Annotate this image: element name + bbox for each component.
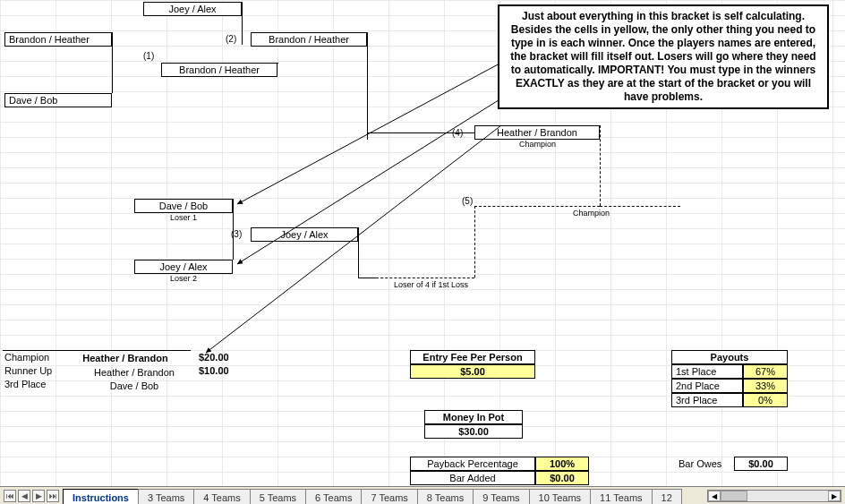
scroll-right-button[interactable]: ▶ xyxy=(828,491,841,501)
dashed-line xyxy=(474,206,475,278)
tab-nav-prev[interactable]: ◀ xyxy=(18,490,30,502)
instruction-callout: Just about everything in this bracket is… xyxy=(498,4,829,109)
loser2-label: Loser 2 xyxy=(170,274,197,283)
bar-added-label: Bar Added xyxy=(410,471,535,485)
tab-10teams[interactable]: 10 Teams xyxy=(529,489,592,504)
result-third-name: Dave / Bob xyxy=(90,379,179,393)
tab-4teams[interactable]: 4 Teams xyxy=(193,489,250,504)
tab-5teams[interactable]: 5 Teams xyxy=(250,489,306,504)
tab-7teams[interactable]: 7 Teams xyxy=(361,489,417,504)
sheet-tab-bar: ⏮ ◀ ▶ ⏭ Instructions 3 Teams 4 Teams 5 T… xyxy=(0,486,845,504)
entry-fee-label: Entry Fee Per Person xyxy=(410,350,535,364)
line xyxy=(112,32,113,93)
seed-label-2: (2) xyxy=(226,34,236,44)
spreadsheet-canvas[interactable]: Joey / Alex Brandon / Heather (1) (2) Br… xyxy=(0,0,845,504)
money-pot-value: $30.00 xyxy=(424,424,523,439)
line xyxy=(3,350,191,351)
tab-nav-first[interactable]: ⏮ xyxy=(4,490,16,502)
payout-second-label: 2nd Place xyxy=(671,379,743,393)
bracket-final-left[interactable]: Heather / Brandon xyxy=(474,125,600,140)
loser-winner[interactable]: Joey / Alex xyxy=(251,227,358,242)
bracket-r2-top[interactable]: Brandon / Heather xyxy=(251,32,367,47)
payouts-header: Payouts xyxy=(671,350,788,364)
result-runnerup-name: Heather / Brandon xyxy=(81,365,188,380)
bar-owes-label: Bar Owes xyxy=(679,458,721,469)
payback-pct-label: Payback Percentage xyxy=(410,457,535,471)
dashed-line xyxy=(600,206,680,207)
label-thirdplace: 3rd Place xyxy=(4,379,46,389)
payout-first-value[interactable]: 67% xyxy=(743,364,788,379)
loser1-label: Loser 1 xyxy=(170,213,197,222)
tab-9teams[interactable]: 9 Teams xyxy=(473,489,529,504)
loser-bracket-top[interactable]: Dave / Bob xyxy=(134,199,233,213)
bracket-team-1[interactable]: Brandon / Heather xyxy=(4,32,112,47)
seed-label-5: (5) xyxy=(462,196,473,206)
horizontal-scrollbar[interactable]: ◀ ▶ xyxy=(707,490,841,502)
money-pot-label: Money In Pot xyxy=(424,410,523,424)
payout-first-label: 1st Place xyxy=(671,364,743,379)
scroll-thumb[interactable] xyxy=(721,491,747,501)
payback-pct-value[interactable]: 100% xyxy=(535,457,589,471)
tab-8teams[interactable]: 8 Teams xyxy=(417,489,474,504)
bar-owes-value: $0.00 xyxy=(734,457,788,471)
line xyxy=(367,132,474,133)
line xyxy=(277,63,278,64)
line xyxy=(358,278,376,278)
loser4-label: Loser of 4 if 1st Loss xyxy=(394,280,468,289)
label-runnerup: Runner Up xyxy=(4,365,52,376)
bracket-team-3[interactable]: Dave / Bob xyxy=(4,93,112,107)
payout-third-value[interactable]: 0% xyxy=(743,393,788,407)
line xyxy=(358,227,359,278)
dashed-line xyxy=(600,125,601,206)
payout-third-label: 3rd Place xyxy=(671,393,743,407)
seed-label-3: (3) xyxy=(231,229,242,239)
tab-nav-next[interactable]: ▶ xyxy=(32,490,45,502)
loser-bracket-bot[interactable]: Joey / Alex xyxy=(134,260,233,274)
scroll-track[interactable] xyxy=(721,491,828,501)
tab-nav-buttons: ⏮ ◀ ▶ ⏭ xyxy=(0,488,63,504)
result-runnerup-amt: $10.00 xyxy=(199,365,229,376)
tab-3teams[interactable]: 3 Teams xyxy=(138,489,194,504)
champion-label-2: Champion xyxy=(573,209,610,218)
payout-second-value[interactable]: 33% xyxy=(743,379,788,393)
tab-11teams[interactable]: 11 Teams xyxy=(590,489,653,504)
line xyxy=(367,32,368,140)
dashed-line xyxy=(474,206,600,207)
champion-small-label: Champion xyxy=(519,140,556,149)
result-champion-amt: $20.00 xyxy=(199,352,229,363)
dashed-line xyxy=(376,278,474,278)
result-champion-name[interactable]: Heather / Brandon xyxy=(63,350,188,364)
tab-nav-last[interactable]: ⏭ xyxy=(47,490,59,502)
bar-added-value[interactable]: $0.00 xyxy=(535,471,589,485)
seed-label-1: (1) xyxy=(143,51,154,61)
bracket-header-team[interactable]: Joey / Alex xyxy=(143,2,242,16)
tab-instructions[interactable]: Instructions xyxy=(63,489,139,504)
tab-6teams[interactable]: 6 Teams xyxy=(305,489,362,504)
line xyxy=(242,2,243,45)
label-champion: Champion xyxy=(4,352,49,363)
tab-12teams[interactable]: 12 xyxy=(652,489,682,504)
scroll-left-button[interactable]: ◀ xyxy=(708,491,721,501)
bracket-r1-winner[interactable]: Brandon / Heather xyxy=(161,63,277,77)
entry-fee-value[interactable]: $5.00 xyxy=(410,364,535,379)
